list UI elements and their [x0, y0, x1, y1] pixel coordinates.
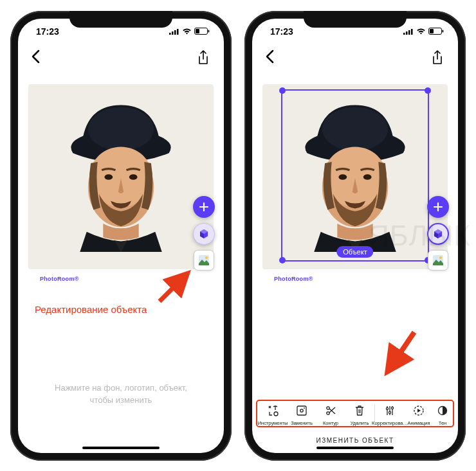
- tool-label: Инструменты: [258, 420, 288, 426]
- resize-handle-tl[interactable]: [279, 87, 286, 94]
- tools-icon: [266, 404, 280, 418]
- svg-rect-5: [208, 30, 210, 33]
- tool-replace[interactable]: Заменить: [288, 404, 316, 426]
- svg-line-29: [387, 332, 414, 372]
- tool-label: Тен: [439, 420, 446, 426]
- status-icons: [169, 28, 210, 35]
- tool-instruments[interactable]: Инструменты: [259, 404, 287, 426]
- svg-rect-31: [297, 406, 306, 415]
- background-layer-button[interactable]: [428, 250, 448, 271]
- add-layer-button[interactable]: [427, 196, 449, 218]
- status-icons: [403, 28, 444, 35]
- tool-label: Корректирова…: [372, 420, 408, 426]
- svg-rect-20: [443, 30, 444, 33]
- notch: [304, 11, 407, 28]
- battery-icon: [194, 28, 210, 35]
- svg-point-9: [89, 147, 152, 207]
- annotation-text: Редактирование объекта: [35, 304, 224, 315]
- brand-label: PhotoRoom®: [274, 276, 448, 282]
- trash-icon: [352, 404, 367, 418]
- editor-canvas[interactable]: Объект: [262, 84, 448, 269]
- svg-point-33: [304, 407, 305, 409]
- object-layer-button[interactable]: [427, 223, 449, 245]
- object-layer-button[interactable]: [193, 223, 215, 245]
- svg-rect-6: [196, 29, 199, 33]
- object-toolbar-highlight: Инструменты Заменить Контур: [256, 400, 454, 427]
- hint-text: Нажмите на фон, логотип, объект, чтобы и…: [18, 382, 224, 407]
- wifi-icon: [416, 28, 426, 35]
- toolbar-section-title: ИЗМЕНИТЬ ОБЪЕКТ: [252, 437, 458, 444]
- sliders-icon: [383, 404, 397, 418]
- tool-label: Контур: [323, 420, 338, 426]
- add-layer-button[interactable]: [193, 196, 215, 218]
- tool-animation[interactable]: Анимация: [405, 404, 433, 426]
- svg-point-28: [439, 256, 442, 259]
- home-indicator[interactable]: [316, 447, 394, 449]
- tool-label: Удалить: [351, 420, 369, 426]
- selection-bounding-box[interactable]: Объект: [281, 89, 429, 262]
- brand-label: PhotoRoom®: [40, 276, 214, 282]
- svg-point-38: [391, 407, 393, 409]
- svg-rect-17: [408, 30, 410, 35]
- svg-point-10: [104, 174, 113, 180]
- object-tag: Объект: [336, 246, 373, 258]
- subject-portrait[interactable]: [52, 87, 189, 252]
- notch: [69, 11, 172, 28]
- screen-left: 17:23: [18, 19, 224, 453]
- svg-rect-21: [430, 29, 434, 33]
- tool-label: Анимация: [407, 420, 430, 426]
- animation-icon: [412, 404, 426, 418]
- svg-rect-15: [403, 33, 405, 35]
- share-button[interactable]: [197, 50, 211, 67]
- canvas-side-buttons: [427, 196, 449, 271]
- annotation-arrow: [374, 326, 426, 384]
- svg-rect-16: [406, 31, 408, 35]
- resize-handle-bl[interactable]: [279, 257, 286, 263]
- svg-point-11: [129, 174, 138, 180]
- shadow-icon: [435, 404, 450, 418]
- status-time: 17:23: [36, 26, 59, 37]
- battery-icon: [428, 28, 444, 35]
- resize-handle-tr[interactable]: [425, 87, 431, 94]
- svg-rect-3: [177, 29, 179, 35]
- svg-rect-2: [174, 30, 176, 35]
- top-bar: [18, 44, 224, 73]
- background-layer-button[interactable]: [194, 250, 214, 271]
- back-button[interactable]: [31, 48, 40, 68]
- canvas-area: PhotoRoom®: [28, 84, 214, 282]
- status-time: 17:23: [270, 26, 293, 37]
- home-indicator[interactable]: [82, 447, 160, 449]
- phone-frame-right: 17:23: [244, 11, 466, 461]
- svg-point-30: [274, 412, 278, 416]
- share-button[interactable]: [431, 50, 445, 67]
- svg-point-37: [389, 411, 390, 413]
- svg-point-34: [327, 406, 329, 409]
- signal-icon: [169, 28, 179, 35]
- svg-rect-1: [172, 31, 174, 35]
- back-button[interactable]: [265, 48, 274, 68]
- svg-point-7: [88, 107, 154, 150]
- svg-rect-18: [411, 29, 413, 35]
- signal-icon: [403, 28, 414, 35]
- tool-shadow[interactable]: Тен: [434, 404, 452, 426]
- scissors-icon: [324, 404, 338, 418]
- svg-rect-0: [169, 33, 171, 35]
- canvas-side-buttons: [193, 196, 215, 271]
- phone-frame-left: 17:23: [10, 11, 232, 461]
- object-toolbar: Инструменты Заменить Контур: [259, 404, 452, 426]
- screen-right: 17:23: [252, 19, 458, 453]
- tool-adjust[interactable]: Корректирова…: [376, 404, 404, 426]
- svg-point-35: [327, 411, 329, 414]
- tool-label: Заменить: [291, 420, 313, 426]
- editor-canvas[interactable]: [28, 84, 214, 269]
- wifi-icon: [182, 28, 192, 35]
- svg-point-13: [205, 256, 208, 259]
- svg-point-36: [386, 407, 388, 409]
- svg-point-32: [300, 409, 303, 411]
- canvas-area: Объект PhotoRoom®: [262, 84, 448, 282]
- tool-outline[interactable]: Контур: [316, 404, 345, 426]
- top-bar: [252, 44, 458, 73]
- replace-icon: [295, 404, 309, 418]
- tool-delete[interactable]: Удалить: [345, 404, 374, 426]
